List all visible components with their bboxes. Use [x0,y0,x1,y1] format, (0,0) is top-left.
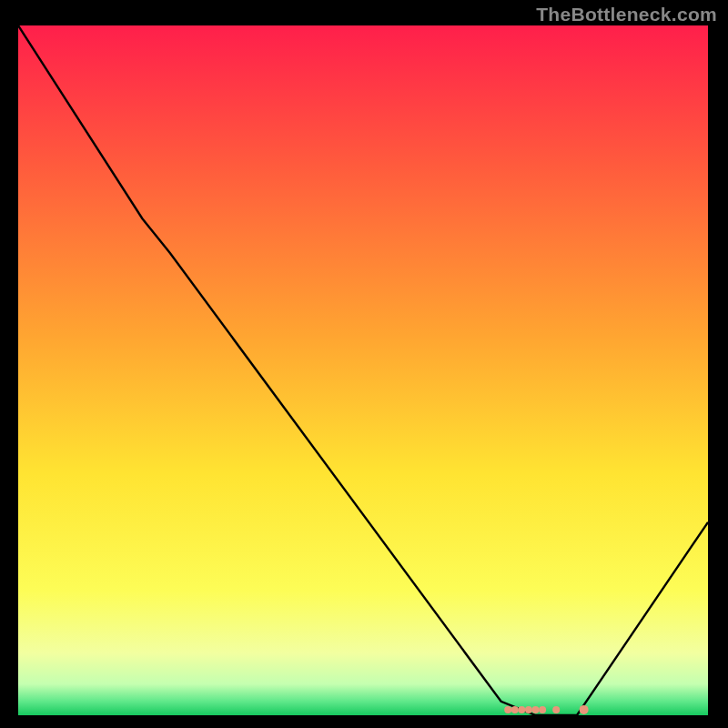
marker-dot [525,706,532,713]
chart-container: TheBottleneck.com [0,0,728,728]
gradient-background [18,25,708,715]
marker-dot [580,705,589,714]
marker-dot [518,706,525,713]
marker-dot [511,706,519,713]
marker-dot [532,706,540,713]
marker-dot [552,706,560,713]
plot-area [18,25,708,715]
marker-dot [504,706,511,713]
watermark-text: TheBottleneck.com [536,4,717,25]
chart-svg [18,25,708,715]
marker-dot [539,706,546,713]
